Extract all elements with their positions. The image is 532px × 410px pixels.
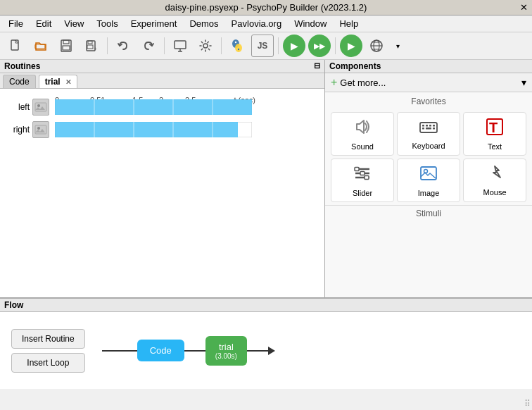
flow-buttons: Insert Routine Insert Loop bbox=[11, 329, 85, 373]
insert-loop-button[interactable]: Insert Loop bbox=[11, 353, 85, 373]
components-panel: Components + Get more... ▾ Favorites Sou… bbox=[325, 60, 532, 297]
filter-icon[interactable]: ▾ bbox=[521, 77, 526, 88]
python-button[interactable] bbox=[226, 35, 248, 57]
text-label: Text bbox=[488, 142, 502, 151]
title-bar: daisy-pine.psyexp - PsychoPy Builder (v2… bbox=[0, 0, 532, 15]
svg-text:T: T bbox=[489, 120, 498, 135]
right-label-text: right bbox=[13, 125, 30, 135]
menu-tools[interactable]: Tools bbox=[91, 17, 123, 30]
image-icon bbox=[419, 163, 438, 186]
flow-start-line bbox=[102, 350, 116, 352]
tab-trial-close[interactable]: ✕ bbox=[65, 78, 71, 86]
main-area: Routines ⊟ Code trial ✕ 0 0.51 1.5 2 2.5… bbox=[0, 60, 532, 297]
menu-help[interactable]: Help bbox=[334, 17, 364, 30]
routines-header: Routines ⊟ bbox=[0, 60, 324, 73]
timeline-area: 0 0.51 1.5 2 2.5 t (sec) left bbox=[0, 89, 324, 297]
tab-trial[interactable]: trial ✕ bbox=[39, 75, 77, 88]
save-button[interactable] bbox=[55, 35, 77, 57]
svg-text:+: + bbox=[94, 46, 97, 52]
components-header: Components bbox=[325, 60, 532, 73]
component-keyboard[interactable]: Keyboard bbox=[397, 112, 460, 156]
keyboard-label: Keyboard bbox=[412, 142, 445, 150]
menu-experiment[interactable]: Experiment bbox=[125, 17, 183, 30]
monitor-button[interactable] bbox=[169, 35, 191, 57]
tab-code[interactable]: Code bbox=[3, 75, 36, 88]
run-fast-button[interactable]: ▶▶ bbox=[308, 35, 331, 57]
menu-bar: File Edit View Tools Experiment Demos Pa… bbox=[0, 15, 532, 32]
flow-diagram: Code trial (3.00s) bbox=[102, 336, 521, 366]
flow-header: Flow bbox=[0, 299, 532, 312]
get-more-button[interactable]: + Get more... ▾ bbox=[325, 73, 532, 92]
routines-minimize[interactable]: ⊟ bbox=[314, 61, 320, 70]
redo-button[interactable] bbox=[137, 35, 160, 57]
right-thumb bbox=[32, 121, 49, 138]
run-online-button[interactable]: ▶ bbox=[340, 35, 362, 57]
favorites-section: Favorites Sound Keyboard bbox=[325, 92, 532, 223]
timeline-grid-right bbox=[55, 122, 252, 137]
globe-button[interactable] bbox=[365, 35, 388, 57]
close-button[interactable]: ✕ bbox=[520, 2, 528, 13]
svg-rect-4 bbox=[63, 46, 70, 50]
svg-rect-42 bbox=[426, 128, 431, 130]
new-button[interactable] bbox=[4, 35, 27, 57]
svg-rect-28 bbox=[35, 125, 46, 134]
menu-demos[interactable]: Demos bbox=[184, 17, 224, 30]
svg-point-10 bbox=[203, 44, 208, 48]
flow-node-trial[interactable]: trial (3.00s) bbox=[205, 336, 247, 366]
svg-rect-43 bbox=[433, 128, 435, 130]
menu-pavlovia[interactable]: Pavlovia.org bbox=[226, 17, 288, 30]
timeline-row-right: right bbox=[7, 121, 317, 138]
svg-point-12 bbox=[235, 44, 242, 52]
svg-rect-38 bbox=[426, 125, 428, 127]
resize-corner[interactable]: ⠿ bbox=[524, 399, 531, 409]
slider-label: Slider bbox=[353, 189, 372, 197]
component-sound[interactable]: Sound bbox=[331, 112, 394, 156]
stimuli-title: Stimuli bbox=[325, 205, 532, 220]
menu-view[interactable]: View bbox=[58, 17, 89, 30]
text-icon: T bbox=[485, 117, 505, 139]
svg-point-14 bbox=[238, 49, 239, 50]
toolbar: + JS ▶ ▶▶ ▶ ▾ bbox=[0, 32, 532, 60]
menu-window[interactable]: Window bbox=[289, 17, 332, 30]
left-label-text: left bbox=[18, 102, 30, 112]
menu-file[interactable]: File bbox=[3, 17, 29, 30]
mouse-icon bbox=[485, 163, 505, 185]
undo-button[interactable] bbox=[112, 35, 134, 57]
js-button[interactable]: JS bbox=[251, 35, 274, 57]
svg-point-29 bbox=[37, 127, 40, 130]
svg-rect-39 bbox=[429, 125, 431, 127]
flow-line-1 bbox=[116, 350, 137, 352]
menu-edit[interactable]: Edit bbox=[30, 17, 57, 30]
saveas-button[interactable]: + bbox=[80, 35, 103, 57]
svg-rect-41 bbox=[422, 128, 424, 130]
run-local-button[interactable]: ▶ bbox=[283, 35, 305, 57]
component-slider[interactable]: Slider bbox=[331, 159, 394, 202]
left-thumb bbox=[32, 99, 49, 116]
flow-line-3 bbox=[247, 350, 268, 352]
svg-rect-50 bbox=[360, 172, 365, 175]
open-button[interactable] bbox=[30, 35, 52, 57]
sound-label: Sound bbox=[351, 142, 374, 151]
timeline-grid-left bbox=[55, 99, 252, 115]
svg-rect-1 bbox=[35, 44, 45, 49]
toolbar-dropdown[interactable]: ▾ bbox=[391, 35, 405, 57]
flow-node-code[interactable]: Code bbox=[137, 340, 184, 361]
get-more-label: Get more... bbox=[340, 77, 386, 88]
flow-line-2 bbox=[184, 350, 205, 352]
component-image[interactable]: Image bbox=[397, 159, 460, 202]
svg-rect-23 bbox=[55, 99, 252, 115]
favorites-title: Favorites bbox=[325, 95, 532, 109]
components-grid: Sound Keyboard T Text bbox=[325, 109, 532, 205]
timeline-bar-left bbox=[55, 99, 252, 115]
component-mouse[interactable]: Mouse bbox=[463, 159, 526, 202]
component-text[interactable]: T Text bbox=[463, 112, 526, 156]
window-title: daisy-pine.psyexp - PsychoPy Builder (v2… bbox=[165, 2, 367, 13]
settings-button[interactable] bbox=[194, 35, 217, 57]
timeline-label-right: right bbox=[7, 121, 49, 138]
timeline-label-left: left bbox=[7, 99, 49, 116]
timeline-bar-right bbox=[55, 122, 252, 137]
insert-routine-button[interactable]: Insert Routine bbox=[11, 329, 85, 349]
sound-icon bbox=[353, 117, 372, 139]
mouse-label: Mouse bbox=[483, 188, 506, 197]
svg-rect-40 bbox=[433, 125, 435, 127]
